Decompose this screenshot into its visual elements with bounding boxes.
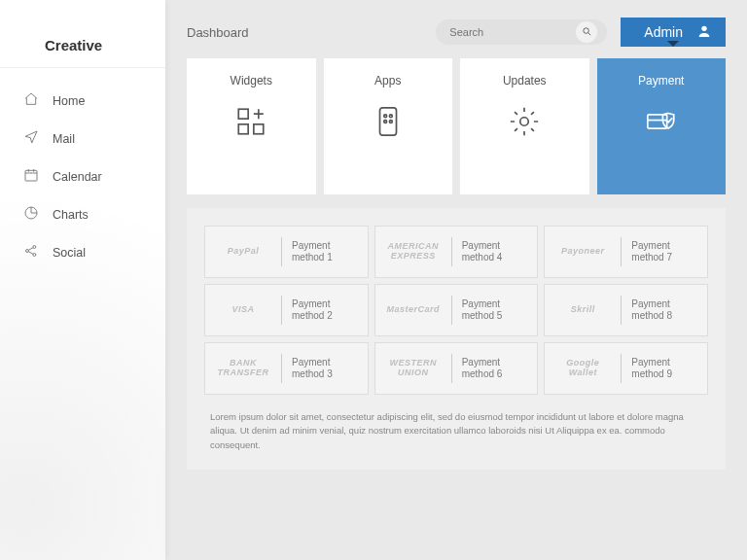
payment-method-card[interactable]: BANK TRANSFERPayment method 3 xyxy=(204,342,369,395)
sidebar-item-social[interactable]: Social xyxy=(0,233,165,271)
payment-brand-logo: VISA xyxy=(215,305,271,315)
tabs-row: Widgets Apps Updates Payment xyxy=(187,58,726,194)
tab-widgets[interactable]: Widgets xyxy=(187,58,316,194)
payment-brand-logo: WESTERN UNION xyxy=(385,359,442,378)
svg-point-3 xyxy=(33,246,36,249)
payment-grid: PayPalPayment method 1AMERICAN EXPRESSPa… xyxy=(204,226,708,395)
paper-plane-icon xyxy=(23,129,39,148)
tab-label: Payment xyxy=(638,74,684,88)
topbar: Dashboard Admin xyxy=(187,18,726,47)
svg-point-6 xyxy=(701,25,706,30)
svg-rect-8 xyxy=(239,124,249,134)
payment-method-label: Payment method 8 xyxy=(631,298,672,322)
svg-point-13 xyxy=(384,121,387,123)
payment-method-label: Payment method 3 xyxy=(292,357,333,380)
tab-label: Updates xyxy=(503,74,547,88)
svg-point-2 xyxy=(26,250,29,253)
payment-brand-logo: PayPal xyxy=(215,247,271,257)
payment-method-card[interactable]: Google WalletPayment method 9 xyxy=(544,342,708,395)
svg-point-14 xyxy=(389,121,392,123)
svg-rect-16 xyxy=(648,115,667,128)
payment-method-card[interactable]: PayoneerPayment method 7 xyxy=(544,226,708,278)
payment-method-card[interactable]: PayPalPayment method 1 xyxy=(204,226,369,278)
svg-point-15 xyxy=(520,118,529,126)
admin-label: Admin xyxy=(644,24,683,40)
svg-point-5 xyxy=(584,28,589,33)
payment-panel: PayPalPayment method 1AMERICAN EXPRESSPa… xyxy=(187,208,726,470)
tab-updates[interactable]: Updates xyxy=(460,58,589,194)
payment-brand-logo: AMERICAN EXPRESS xyxy=(385,242,442,262)
payment-method-label: Payment method 5 xyxy=(462,298,503,322)
search-box[interactable] xyxy=(436,19,607,45)
svg-rect-10 xyxy=(379,108,396,135)
main-area: Dashboard Admin Widgets Apps xyxy=(165,0,747,560)
payment-method-card[interactable]: SkrillPayment method 8 xyxy=(544,284,708,336)
tab-label: Apps xyxy=(374,74,401,88)
payment-brand-logo: MasterCard xyxy=(385,305,442,315)
search-button[interactable] xyxy=(576,21,597,43)
gear-icon xyxy=(508,105,541,141)
sidebar-item-calendar[interactable]: Calendar xyxy=(0,158,165,195)
sidebar-item-charts[interactable]: Charts xyxy=(0,195,165,233)
payment-brand-logo: BANK TRANSFER xyxy=(215,359,271,378)
search-input[interactable] xyxy=(449,26,576,38)
sidebar-item-label: Mail xyxy=(53,132,75,146)
payment-shield-icon xyxy=(645,105,678,141)
user-icon xyxy=(696,23,712,42)
sidebar-item-label: Social xyxy=(53,246,86,260)
sidebar-nav: Home Mail Calendar Charts Social xyxy=(0,68,165,271)
sidebar-item-mail[interactable]: Mail xyxy=(0,120,165,158)
sidebar-item-label: Calendar xyxy=(53,170,102,184)
payment-brand-logo: Skrill xyxy=(554,305,611,315)
svg-point-11 xyxy=(384,115,387,118)
payment-method-label: Payment method 9 xyxy=(631,357,672,380)
payment-method-label: Payment method 4 xyxy=(462,240,503,263)
page-title: Dashboard xyxy=(187,25,249,40)
calendar-icon xyxy=(23,167,39,186)
sidebar: Creative Home Mail Calendar Charts Socia… xyxy=(0,0,165,560)
svg-rect-7 xyxy=(239,109,249,119)
search-icon xyxy=(582,23,592,41)
tab-payment[interactable]: Payment xyxy=(597,58,727,194)
panel-description: Lorem ipsum dolor sit amet, consectetur … xyxy=(204,395,708,460)
payment-brand-logo: Payoneer xyxy=(554,247,611,257)
brand-title: Creative xyxy=(0,0,165,68)
payment-method-label: Payment method 1 xyxy=(292,240,333,263)
share-icon xyxy=(23,243,39,262)
svg-rect-0 xyxy=(25,170,37,181)
svg-rect-9 xyxy=(254,124,264,134)
svg-point-12 xyxy=(389,115,392,118)
payment-method-label: Payment method 7 xyxy=(631,240,672,263)
sidebar-item-label: Charts xyxy=(53,208,89,222)
sidebar-item-label: Home xyxy=(53,94,85,108)
payment-brand-logo: Google Wallet xyxy=(554,359,611,378)
payment-method-card[interactable]: VISAPayment method 2 xyxy=(204,284,369,336)
payment-method-card[interactable]: WESTERN UNIONPayment method 6 xyxy=(374,342,539,395)
admin-menu[interactable]: Admin xyxy=(621,18,726,47)
widgets-icon xyxy=(234,105,267,141)
pie-chart-icon xyxy=(23,205,39,224)
tab-apps[interactable]: Apps xyxy=(324,58,453,194)
tab-label: Widgets xyxy=(231,74,272,88)
payment-method-label: Payment method 6 xyxy=(462,357,503,380)
home-icon xyxy=(23,91,39,110)
payment-method-card[interactable]: AMERICAN EXPRESSPayment method 4 xyxy=(374,226,539,278)
payment-method-card[interactable]: MasterCardPayment method 5 xyxy=(374,284,539,336)
svg-point-4 xyxy=(33,254,36,257)
phone-apps-icon xyxy=(372,105,405,141)
sidebar-item-home[interactable]: Home xyxy=(0,82,165,120)
payment-method-label: Payment method 2 xyxy=(292,298,333,322)
